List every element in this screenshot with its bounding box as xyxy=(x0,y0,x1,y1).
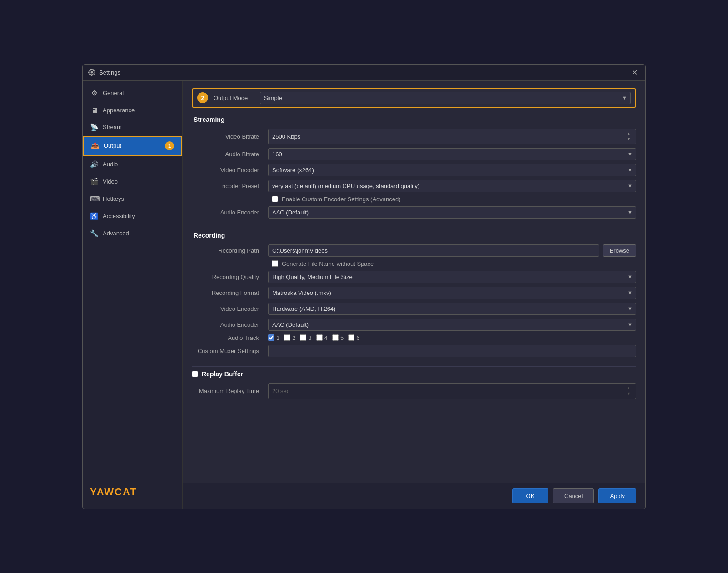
title-bar-left: Settings xyxy=(88,69,120,76)
streaming-video-encoder-select[interactable]: Software (x264) Hardware (NVENC, H.264) … xyxy=(268,164,636,176)
custom-encoder-label[interactable]: Enable Custom Encoder Settings (Advanced… xyxy=(282,196,401,203)
track-3-label[interactable]: 3 xyxy=(308,334,311,341)
content-area: 2 Output Mode Simple Advanced Streaming … xyxy=(183,81,645,509)
recording-path-control: Browse xyxy=(268,244,636,257)
recording-format-label: Recording Format xyxy=(192,289,264,296)
audio-bitrate-label: Audio Bitrate xyxy=(192,151,264,158)
apply-button[interactable]: Apply xyxy=(598,488,636,503)
recording-video-encoder-select[interactable]: Use stream encoder Software (x264) Hardw… xyxy=(268,303,636,315)
recording-video-encoder-control: Use stream encoder Software (x264) Hardw… xyxy=(268,303,636,315)
streaming-video-encoder-row: Video Encoder Software (x264) Hardware (… xyxy=(192,164,636,176)
video-bitrate-spinbox: 2500 Kbps ▲ ▼ xyxy=(268,129,636,144)
video-bitrate-value: 2500 Kbps xyxy=(272,133,300,140)
video-bitrate-row: Video Bitrate 2500 Kbps ▲ ▼ xyxy=(192,129,636,144)
settings-window: Settings ✕ ⚙ General 🖥 Appearance 📡 Stre… xyxy=(82,64,646,509)
track-4-label[interactable]: 4 xyxy=(324,334,328,341)
replay-buffer-title[interactable]: Replay Buffer xyxy=(202,370,243,378)
recording-audio-encoder-label: Audio Encoder xyxy=(192,321,264,328)
close-button[interactable]: ✕ xyxy=(629,67,640,78)
streaming-section: Streaming Video Bitrate 2500 Kbps ▲ ▼ xyxy=(192,116,636,219)
track-3: 3 xyxy=(300,334,311,341)
sidebar-item-label: Video xyxy=(103,178,118,185)
encoder-preset-label: Encoder Preset xyxy=(192,183,264,189)
replay-spinbox-up[interactable]: ▲ xyxy=(625,386,632,391)
generate-filename-label[interactable]: Generate File Name without Space xyxy=(282,260,374,267)
streaming-audio-encoder-select[interactable]: AAC (Default) MP3 Opus xyxy=(268,206,636,219)
recording-video-encoder-row: Video Encoder Use stream encoder Softwar… xyxy=(192,303,636,315)
track-4-checkbox[interactable] xyxy=(316,334,323,341)
sidebar-item-output[interactable]: 📤 Output 1 xyxy=(83,136,182,156)
track-5-label[interactable]: 5 xyxy=(340,334,344,341)
accessibility-icon: ♿ xyxy=(90,212,98,220)
custom-muxer-row: Custom Muxer Settings xyxy=(192,345,636,357)
sidebar-item-general[interactable]: ⚙ General xyxy=(83,85,182,102)
sidebar-item-label: General xyxy=(103,90,124,96)
sidebar-step-badge: 1 xyxy=(165,141,174,150)
main-content: ⚙ General 🖥 Appearance 📡 Stream 📤 Output… xyxy=(83,81,645,509)
spinbox-up[interactable]: ▲ xyxy=(625,131,632,136)
output-icon: 📤 xyxy=(91,142,99,150)
recording-format-row: Recording Format Matroska Video (.mkv) M… xyxy=(192,287,636,299)
track-4: 4 xyxy=(316,334,328,341)
spinbox-arrows-replay: ▲ ▼ xyxy=(625,386,632,396)
output-mode-select-wrapper: Simple Advanced xyxy=(260,92,631,104)
recording-path-input[interactable] xyxy=(268,244,599,257)
track-2-checkbox[interactable] xyxy=(284,334,290,341)
recording-quality-select[interactable]: Same as stream High Quality, Medium File… xyxy=(268,271,636,283)
sidebar-item-hotkeys[interactable]: ⌨ Hotkeys xyxy=(83,190,182,208)
max-replay-time-row: Maximum Replay Time 20 sec ▲ ▼ xyxy=(192,383,636,399)
recording-audio-encoder-control: Use stream encoder AAC (Default) MP3 Opu… xyxy=(268,319,636,331)
encoder-preset-control: ultrafast superfast veryfast (default) (… xyxy=(268,180,636,192)
audio-track-row: Audio Track 1 2 xyxy=(192,334,636,341)
max-replay-time-label: Maximum Replay Time xyxy=(192,388,264,394)
browse-button[interactable]: Browse xyxy=(603,244,636,257)
custom-muxer-input[interactable] xyxy=(268,345,636,357)
track-1-checkbox[interactable] xyxy=(268,334,274,341)
max-replay-spinbox: 20 sec ▲ ▼ xyxy=(268,383,636,399)
stream-icon: 📡 xyxy=(90,123,98,131)
sidebar: ⚙ General 🖥 Appearance 📡 Stream 📤 Output… xyxy=(83,81,183,509)
sidebar-item-advanced[interactable]: 🔧 Advanced xyxy=(83,225,182,242)
sidebar-item-appearance[interactable]: 🖥 Appearance xyxy=(83,102,182,119)
sidebar-item-accessibility[interactable]: ♿ Accessibility xyxy=(83,208,182,225)
streaming-audio-encoder-label: Audio Encoder xyxy=(192,209,264,216)
generate-filename-checkbox[interactable] xyxy=(272,260,278,267)
sidebar-item-label: Accessibility xyxy=(103,213,135,219)
custom-encoder-checkbox[interactable] xyxy=(272,196,278,202)
recording-audio-encoder-select[interactable]: Use stream encoder AAC (Default) MP3 Opu… xyxy=(268,319,636,331)
custom-encoder-row: Enable Custom Encoder Settings (Advanced… xyxy=(192,196,636,203)
recording-quality-label: Recording Quality xyxy=(192,274,264,280)
track-5-checkbox[interactable] xyxy=(332,334,339,341)
recording-section: Recording Recording Path Browse Generate… xyxy=(192,232,636,357)
recording-format-select[interactable]: Matroska Video (.mkv) MPEG-4 (.mp4) MOV … xyxy=(268,287,636,299)
sidebar-item-video[interactable]: 🎬 Video xyxy=(83,173,182,190)
recording-quality-control: Same as stream High Quality, Medium File… xyxy=(268,271,636,283)
ok-button[interactable]: OK xyxy=(512,488,548,503)
audio-bitrate-select[interactable]: 64 96 128 160 192 256 320 xyxy=(268,148,636,160)
svg-point-0 xyxy=(91,71,93,74)
track-2-label[interactable]: 2 xyxy=(292,334,295,341)
sidebar-item-audio[interactable]: 🔊 Audio xyxy=(83,156,182,173)
replay-spinbox-down[interactable]: ▼ xyxy=(625,391,632,396)
output-mode-step-badge: 2 xyxy=(197,92,208,103)
cancel-button[interactable]: Cancel xyxy=(553,488,594,503)
recording-format-control: Matroska Video (.mkv) MPEG-4 (.mp4) MOV … xyxy=(268,287,636,299)
track-1-label[interactable]: 1 xyxy=(276,334,279,341)
gear-icon: ⚙ xyxy=(90,89,98,97)
track-3-checkbox[interactable] xyxy=(300,334,306,341)
sidebar-item-stream[interactable]: 📡 Stream xyxy=(83,119,182,136)
spinbox-down[interactable]: ▼ xyxy=(625,137,632,142)
window-title: Settings xyxy=(99,69,120,76)
replay-buffer-section: Replay Buffer Maximum Replay Time 20 sec… xyxy=(192,370,636,399)
recording-path-label: Recording Path xyxy=(192,247,264,254)
replay-buffer-checkbox[interactable] xyxy=(192,371,198,377)
streaming-title: Streaming xyxy=(192,116,636,123)
title-bar: Settings ✕ xyxy=(83,65,645,81)
recording-path-row: Recording Path Browse xyxy=(192,244,636,257)
track-6-label[interactable]: 6 xyxy=(356,334,359,341)
track-6-checkbox[interactable] xyxy=(348,334,354,341)
settings-icon xyxy=(88,69,95,76)
custom-muxer-control xyxy=(268,345,636,357)
encoder-preset-select[interactable]: ultrafast superfast veryfast (default) (… xyxy=(268,180,636,192)
output-mode-select[interactable]: Simple Advanced xyxy=(260,92,631,104)
